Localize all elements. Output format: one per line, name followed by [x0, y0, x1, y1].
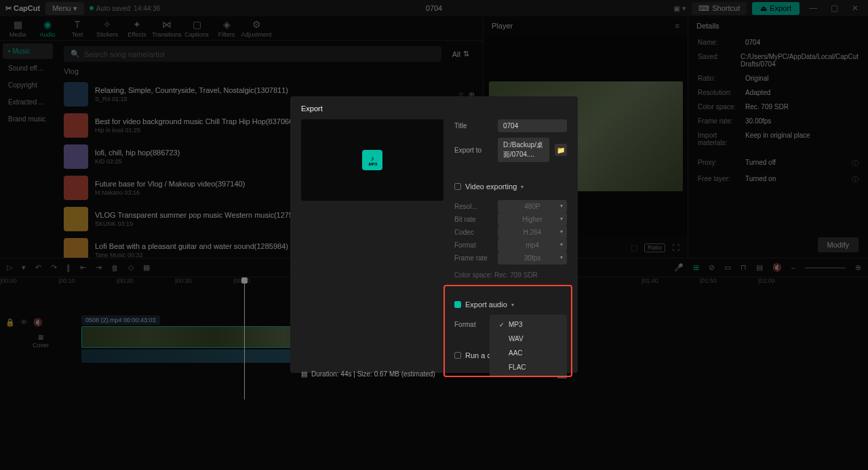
chevron-down-icon: ▾: [560, 229, 563, 235]
check-icon: ✓: [499, 321, 505, 328]
title-label: Title: [454, 122, 492, 130]
dropdown-option[interactable]: WAV: [490, 332, 567, 346]
field-label: Resol...: [454, 203, 492, 210]
title-input[interactable]: 0704: [498, 119, 567, 132]
file-icon: ▤: [301, 370, 307, 378]
field-label: Codec: [454, 229, 492, 236]
exportto-input[interactable]: D:/Backup/桌面/0704....: [498, 138, 549, 162]
field-dropdown[interactable]: 480P▾: [498, 200, 567, 213]
video-export-toggle[interactable]: Video exporting ▾: [454, 182, 567, 191]
field-dropdown[interactable]: H.264▾: [498, 226, 567, 239]
dropdown-option[interactable]: ✓MP3: [490, 317, 567, 332]
dropdown-option[interactable]: AAC: [490, 346, 567, 360]
chevron-down-icon: ▾: [560, 203, 563, 209]
checkbox-icon[interactable]: [454, 183, 461, 190]
format-dropdown-menu: ✓MP3WAVAACFLAC: [490, 315, 567, 377]
chevron-down-icon: ▾: [560, 254, 563, 260]
mp3-badge-icon: ♪ .MP3: [362, 150, 382, 170]
chevron-down-icon: ▾: [560, 241, 563, 248]
chevron-down-icon: ▾: [560, 216, 563, 222]
folder-icon[interactable]: 📁: [555, 144, 567, 156]
field-dropdown[interactable]: 30fps▾: [498, 252, 567, 265]
field-label: Bit rate: [454, 216, 492, 223]
field-label: Format: [454, 241, 492, 249]
exportto-label: Export to: [454, 146, 492, 154]
field-label: Frame rate: [454, 254, 492, 262]
audioformat-label: Format: [454, 321, 492, 328]
dropdown-option[interactable]: FLAC: [490, 360, 567, 374]
export-modal-title: Export: [301, 104, 567, 113]
audio-export-toggle[interactable]: Export audio ▾: [454, 300, 567, 309]
checkbox-checked-icon[interactable]: [454, 301, 461, 308]
field-dropdown[interactable]: mp4▾: [498, 239, 567, 252]
export-preview: ♪ .MP3: [301, 119, 443, 201]
checkbox-icon[interactable]: [454, 352, 461, 359]
colorspace-text: Color space: Rec. 709 SDR: [454, 270, 567, 280]
field-dropdown[interactable]: Higher▾: [498, 213, 567, 226]
